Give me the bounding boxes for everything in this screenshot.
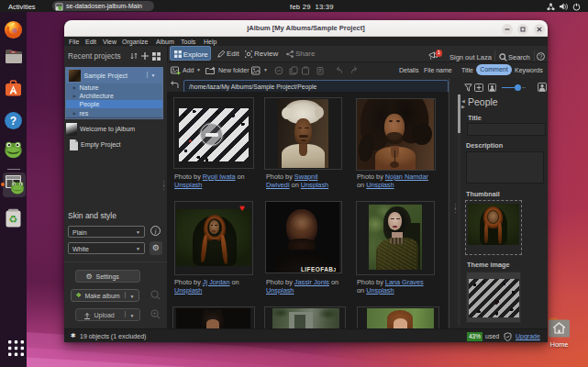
svg-text:♻: ♻ <box>9 214 18 225</box>
svg-text:?: ? <box>10 115 17 128</box>
